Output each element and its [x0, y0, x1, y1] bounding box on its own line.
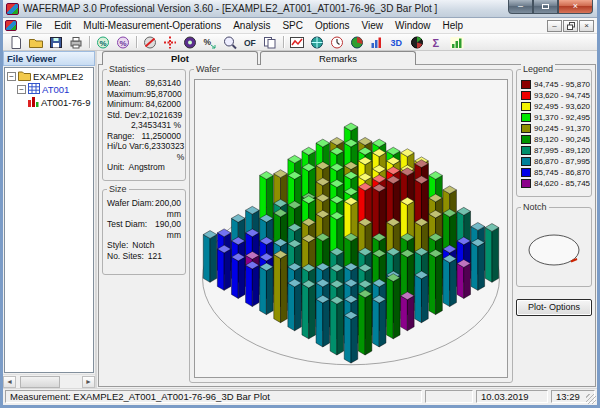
menu-edit[interactable]: Edit: [48, 19, 77, 32]
mdi-child-icon: [5, 20, 17, 31]
mdi-minimize-button[interactable]: –: [547, 20, 562, 32]
legend-row: 92,495 - 93,620: [521, 101, 587, 112]
toolbar: %%%OF3DΣ: [3, 34, 597, 51]
row-value: 84,62000: [144, 99, 181, 110]
row-label: Hi/Lo Var:: [107, 141, 144, 162]
row-label: Mean:: [107, 78, 131, 89]
data-row: Wafer Diam:200,00 mm: [107, 198, 181, 219]
menu-spc[interactable]: SPC: [276, 19, 309, 32]
legend-groupbox: Legend 94,745 - 95,87093,620 - 94,74592,…: [516, 69, 592, 197]
data-row: Range:11,250000: [107, 131, 181, 142]
bar-chart-button[interactable]: [447, 34, 467, 50]
wafer-bar: [457, 260, 471, 299]
row-label: Style:: [107, 240, 128, 251]
percent-arrow-button[interactable]: %: [200, 34, 220, 50]
data-row: Style:Notch: [107, 240, 181, 251]
minimize-button[interactable]: –: [508, 0, 533, 14]
wafer-bar: [217, 245, 231, 290]
copy-button[interactable]: [260, 34, 280, 50]
plot-options-button[interactable]: Plot- Options: [516, 299, 592, 316]
save-file-button[interactable]: [46, 34, 66, 50]
mdi-close-button[interactable]: ×: [579, 20, 594, 32]
wafer-bar: [203, 231, 217, 283]
svg-text:Σ: Σ: [433, 37, 440, 49]
close-button[interactable]: ×: [558, 0, 593, 14]
menu-options[interactable]: Options: [309, 19, 355, 32]
wafer-bar: [231, 253, 245, 298]
legend-swatch: [521, 135, 531, 144]
surface-pie-icon: [409, 35, 425, 50]
statistics-groupbox: Statistics Mean:89,63140Maximum:95,87000…: [102, 69, 186, 181]
print-button[interactable]: [66, 34, 86, 50]
wafer-map-button[interactable]: [307, 34, 327, 50]
wafer-percent-purple-button[interactable]: %: [113, 34, 133, 50]
wafer-exclude-icon: [142, 35, 158, 50]
legend-range-label: 92,495 - 93,620: [534, 102, 590, 111]
wafer-bar: [471, 239, 485, 291]
mdi-restore-button[interactable]: [563, 20, 578, 32]
toolbar-separator: [89, 36, 90, 48]
clock-button[interactable]: [327, 34, 347, 50]
row-label: Minimum:: [107, 99, 144, 110]
menu-help[interactable]: Help: [437, 19, 470, 32]
menu-window[interactable]: Window: [389, 19, 437, 32]
menu-file[interactable]: File: [20, 19, 48, 32]
status-bar: Measurement: EXAMPLE2_AT001_AT001-76-96_…: [3, 388, 597, 405]
legend-range-label: 94,745 - 95,870: [534, 80, 590, 89]
menu-multi-measurement-operations[interactable]: Multi-Measurement-Operations: [77, 19, 227, 32]
resize-grip[interactable]: [586, 394, 596, 404]
crosshair-button[interactable]: [160, 34, 180, 50]
menu-analysis[interactable]: Analysis: [227, 19, 276, 32]
app-icon: [6, 3, 19, 15]
restore-icon: [567, 22, 575, 30]
surface-pie-button[interactable]: [407, 34, 427, 50]
svg-text:%: %: [120, 38, 127, 47]
wafer-bar: [288, 279, 302, 331]
histogram-button[interactable]: [367, 34, 387, 50]
size-rows: Wafer Diam:200,00 mmTest Diam:190,00 mmS…: [107, 198, 181, 261]
sigma-stats-button[interactable]: Σ: [427, 34, 447, 50]
wafer-percent-green-button[interactable]: %: [93, 34, 113, 50]
legend-range-label: 87,995 - 89,120: [534, 146, 590, 155]
wafer-bar: [372, 295, 386, 347]
row-value: 190,00 mm: [147, 219, 181, 240]
legend-swatch: [521, 146, 531, 155]
row-label: Range:: [107, 131, 134, 142]
tree-node-at001[interactable]: −AT001: [7, 83, 93, 96]
wafer-bar: [316, 295, 330, 347]
of-label-button[interactable]: OF: [240, 34, 260, 50]
tab-remarks[interactable]: Remarks: [260, 51, 416, 65]
three-d-plot-button[interactable]: 3D: [387, 34, 407, 50]
new-document-button[interactable]: [6, 34, 26, 50]
legend-swatch: [521, 102, 531, 111]
open-folder-button[interactable]: [26, 34, 46, 50]
expander-minus-icon[interactable]: −: [17, 85, 26, 94]
size-title: Size: [107, 184, 129, 194]
wafer-exclude-button[interactable]: [140, 34, 160, 50]
menu-view[interactable]: View: [355, 19, 389, 32]
pie-chart-button[interactable]: [347, 34, 367, 50]
tab-plot[interactable]: Plot: [102, 51, 258, 65]
zoom-wafer-button[interactable]: [220, 34, 240, 50]
scroll-left-icon[interactable]: ◄: [3, 376, 16, 388]
legend-row: 87,995 - 89,120: [521, 145, 587, 156]
of-label-icon: OF: [242, 35, 258, 50]
expander-minus-icon[interactable]: −: [7, 72, 16, 81]
legend-swatch: [521, 168, 531, 177]
data-row: Hi/Lo Var:6,2330323 %: [107, 141, 181, 162]
maximize-button[interactable]: [533, 0, 558, 14]
legend-row: 94,745 - 95,870: [521, 79, 587, 90]
filled-wafer-button[interactable]: [180, 34, 200, 50]
wafer-bar: [485, 224, 499, 283]
trend-chart-icon: [289, 35, 305, 50]
horizontal-scrollbar[interactable]: ◄ ►: [3, 374, 95, 388]
tree-node-at001-76-9[interactable]: AT001-76-9: [7, 96, 93, 109]
wafer-bar: [302, 280, 316, 339]
scrollbar-thumb[interactable]: [20, 376, 60, 388]
tree-node-example2[interactable]: −EXAMPLE2: [7, 70, 93, 83]
legend-row: 93,620 - 94,745: [521, 90, 587, 101]
scroll-right-icon[interactable]: ►: [82, 376, 95, 388]
print-icon: [68, 35, 84, 50]
trend-chart-button[interactable]: [287, 34, 307, 50]
application-window: WAFERMAP 3.0 Professional Version 3.60 -…: [0, 0, 600, 408]
